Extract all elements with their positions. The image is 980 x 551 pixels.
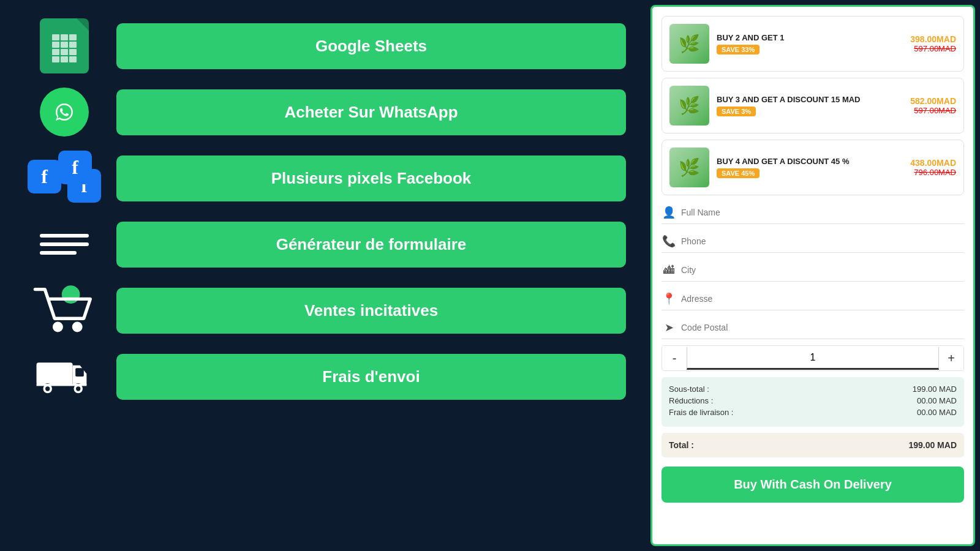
shipping-label: Frais de livraison : <box>669 408 733 417</box>
cart-icon-box <box>24 283 104 338</box>
postal-row: ➤ <box>662 317 964 339</box>
city-row: 🏙 <box>662 259 964 282</box>
facebook-icon-1: f <box>28 160 61 193</box>
feature-row-upsells: Ventes incitatives <box>24 283 626 338</box>
svg-point-0 <box>51 99 78 126</box>
totals-section: Sous-total : 199.00 MAD Réductions : 00.… <box>662 377 964 427</box>
facebook-icon-box: f f f <box>24 151 104 206</box>
svg-point-2 <box>53 322 63 332</box>
feature-row-google-sheets: Google Sheets <box>24 18 626 73</box>
sheets-icon-box <box>24 18 104 73</box>
price-new-3: 438.00MAD <box>910 158 956 168</box>
shipping-button[interactable]: Frais d'envoi <box>116 354 626 400</box>
truck-icon <box>34 352 95 401</box>
phone-icon: 📞 <box>662 234 676 248</box>
postal-input[interactable] <box>681 320 964 335</box>
right-panel: 🌿 BUY 2 AND GET 1 SAVE 33% 398.00MAD 597… <box>650 5 975 546</box>
city-icon: 🏙 <box>662 264 676 277</box>
save-badge-2: SAVE 3% <box>717 107 756 116</box>
offer-title-3: BUY 4 AND GET A DISCOUNT 45 % <box>717 157 903 166</box>
phone-input[interactable] <box>681 234 964 249</box>
location-icon: 📍 <box>662 292 676 305</box>
svg-rect-10 <box>37 384 87 386</box>
facebook-icons: f f f <box>28 151 101 206</box>
form-generator-button[interactable]: Générateur de formulaire <box>116 222 626 268</box>
total-label: Total : <box>669 440 694 450</box>
offer-title-1: BUY 2 AND GET 1 <box>717 33 903 42</box>
offer-image-3: 🌿 <box>669 148 709 187</box>
google-sheets-button[interactable]: Google Sheets <box>116 23 626 69</box>
shipping-row: Frais de livraison : 00.00 MAD <box>669 408 957 417</box>
subtotal-row: Sous-total : 199.00 MAD <box>669 384 957 394</box>
quantity-row: - 1 + <box>662 345 964 371</box>
offer-price-2: 582.00MAD 597.00MAD <box>910 96 956 115</box>
fullname-input[interactable] <box>681 205 964 220</box>
left-panel: Google Sheets Acheter Sur WhatsApp f f f… <box>0 0 650 551</box>
subtotal-value: 199.00 MAD <box>913 384 957 394</box>
address-row: 📍 <box>662 288 964 310</box>
upsells-button[interactable]: Ventes incitatives <box>116 288 626 334</box>
offer-image-1: 🌿 <box>669 24 709 64</box>
offer-card-2[interactable]: 🌿 BUY 3 AND GET A DISCOUNT 15 MAD SAVE 3… <box>662 78 964 133</box>
whatsapp-icon <box>40 88 89 137</box>
quantity-plus-button[interactable]: + <box>939 346 963 370</box>
svg-rect-5 <box>75 368 84 377</box>
city-input[interactable] <box>681 263 964 277</box>
sheets-grid <box>52 34 77 62</box>
subtotal-label: Sous-total : <box>669 384 709 394</box>
truck-icon-box <box>24 349 104 404</box>
price-new-1: 398.00MAD <box>910 34 956 44</box>
postal-icon: ➤ <box>662 321 676 334</box>
feature-row-whatsapp: Acheter Sur WhatsApp <box>24 84 626 140</box>
save-badge-3: SAVE 45% <box>717 168 760 178</box>
offer-price-1: 398.00MAD 597.00MAD <box>910 34 956 53</box>
offer-card-1[interactable]: 🌿 BUY 2 AND GET 1 SAVE 33% 398.00MAD 597… <box>662 16 964 72</box>
google-sheets-icon <box>40 18 89 73</box>
svg-point-3 <box>72 322 83 332</box>
offer-price-3: 438.00MAD 796.00MAD <box>910 158 956 177</box>
list-line-2 <box>40 242 89 246</box>
offer-title-2: BUY 3 AND GET A DISCOUNT 15 MAD <box>717 95 903 104</box>
shipping-value: 00.00 MAD <box>917 408 957 417</box>
cart-icon <box>24 283 104 338</box>
feature-row-shipping: Frais d'envoi <box>24 349 626 404</box>
svg-point-9 <box>76 386 80 391</box>
quantity-display: 1 <box>687 347 939 370</box>
list-line-1 <box>40 234 89 238</box>
reductions-label: Réductions : <box>669 396 713 405</box>
list-icon <box>40 234 89 255</box>
total-final-section: Total : 199.00 MAD <box>662 433 964 457</box>
offer-details-1: BUY 2 AND GET 1 SAVE 33% <box>717 33 903 54</box>
feature-row-form-generator: Générateur de formulaire <box>24 217 626 272</box>
total-value: 199.00 MAD <box>908 440 957 450</box>
price-old-1: 597.00MAD <box>910 44 956 53</box>
price-old-2: 597.00MAD <box>910 106 956 115</box>
price-new-2: 582.00MAD <box>910 96 956 106</box>
price-old-3: 796.00MAD <box>910 168 956 177</box>
svg-point-7 <box>45 386 50 391</box>
offer-card-3[interactable]: 🌿 BUY 4 AND GET A DISCOUNT 45 % SAVE 45%… <box>662 140 964 195</box>
feature-row-facebook: f f f Plusieurs pixels Facebook <box>24 151 626 206</box>
reductions-value: 00.00 MAD <box>917 396 957 405</box>
quantity-minus-button[interactable]: - <box>662 346 687 370</box>
svg-rect-4 <box>37 362 73 384</box>
facebook-button[interactable]: Plusieurs pixels Facebook <box>116 156 626 201</box>
offer-image-2: 🌿 <box>669 86 709 126</box>
offer-details-2: BUY 3 AND GET A DISCOUNT 15 MAD SAVE 3% <box>717 95 903 116</box>
address-input[interactable] <box>681 291 964 306</box>
facebook-icon-2: f <box>58 151 92 184</box>
save-badge-1: SAVE 33% <box>717 45 760 54</box>
buy-button[interactable]: Buy With Cash On Delivery <box>662 467 964 503</box>
svg-point-1 <box>62 285 80 304</box>
reductions-row: Réductions : 00.00 MAD <box>669 396 957 405</box>
fullname-row: 👤 <box>662 201 964 224</box>
whatsapp-button[interactable]: Acheter Sur WhatsApp <box>116 89 626 135</box>
person-icon: 👤 <box>662 206 676 219</box>
whatsapp-icon-box <box>24 84 104 140</box>
phone-row: 📞 <box>662 230 964 253</box>
offer-details-3: BUY 4 AND GET A DISCOUNT 45 % SAVE 45% <box>717 157 903 178</box>
list-icon-box <box>24 217 104 272</box>
list-line-3 <box>40 251 77 255</box>
